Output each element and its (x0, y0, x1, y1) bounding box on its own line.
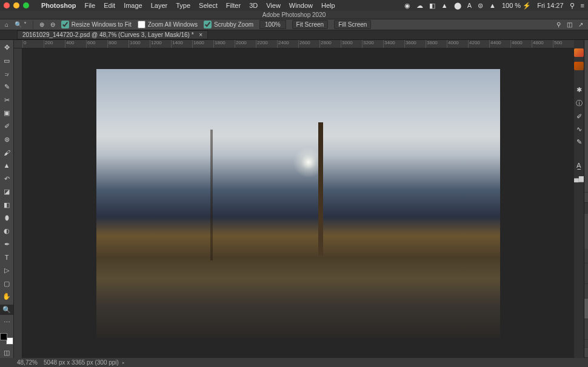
wifi-icon[interactable]: ⊜ (478, 2, 483, 10)
type-menu[interactable]: Type (176, 2, 190, 9)
layers-options: ⚲ Kind▾ ▦ ◐ T ▢ ◫ ● Normal▾ Opacity: 100… (584, 214, 588, 249)
frame-tool[interactable]: ▣ (0, 108, 13, 119)
menubar-status: ◉ ☁ ◧ ▲ ⬤ A ⊜ ▲ 100 % ⚡ Fri 14:27 ⚲ ≡ (404, 2, 584, 10)
clone-panel-icon[interactable]: ∿ (576, 125, 582, 133)
layer-item[interactable]: 👁 Layer 9 (584, 340, 588, 347)
fill-screen-button[interactable]: Fill Screen (334, 20, 371, 29)
color-panel-icon[interactable] (574, 48, 584, 57)
menubar-icon[interactable]: ◉ (404, 2, 410, 10)
help-menu[interactable]: Help (321, 2, 335, 9)
eyedropper-tool[interactable]: ✐ (0, 121, 13, 132)
lasso-tool[interactable]: ⟉ (0, 68, 13, 79)
paths-tab[interactable]: Paths (584, 203, 588, 214)
status-menu-icon[interactable]: ▸ (122, 360, 125, 365)
properties-tab[interactable]: Properties (584, 40, 588, 51)
menubar-icon[interactable]: ⬤ (454, 2, 461, 10)
history-brush-tool[interactable]: ↶ (0, 173, 13, 184)
zoom-tool[interactable]: 🔍 (0, 305, 13, 316)
screen-mode[interactable]: ◫ (0, 347, 13, 358)
info-panel-icon[interactable]: ⓘ (576, 99, 583, 108)
move-tool[interactable]: ✥ (0, 42, 13, 53)
image-menu[interactable]: Image (124, 2, 142, 9)
layer-group[interactable]: ▾ Group 5 (584, 284, 588, 299)
hand-tool[interactable]: ✋ (0, 291, 13, 302)
layer-item[interactable]: 👁 Layer 10 (584, 319, 588, 340)
3d-menu[interactable]: 3D (249, 2, 258, 9)
zoom-value[interactable]: 100% (259, 20, 286, 29)
resize-windows-checkbox[interactable]: Resize Windows to Fit (61, 21, 132, 28)
blur-tool[interactable]: ⬮ (0, 213, 13, 223)
character-panel-icon[interactable]: A̲ (576, 162, 581, 170)
layer-item[interactable]: Layer 7 (584, 263, 588, 284)
pen-tool[interactable]: ✒ (0, 239, 13, 250)
cloud-icon[interactable]: ☁ (416, 2, 423, 10)
home-icon[interactable]: ⌂ (5, 21, 8, 28)
share-icon[interactable]: ↗ (578, 21, 583, 28)
layer-menu[interactable]: Layer (151, 2, 168, 9)
type-tool[interactable]: T (0, 252, 13, 263)
crop-tool[interactable]: ✂ (0, 95, 13, 106)
quick-select-tool[interactable]: ✎ (0, 82, 13, 93)
ruler-horizontal: 0200400600800100012001400160018002000220… (14, 40, 574, 48)
edit-toolbar[interactable]: ⋯ (0, 317, 13, 328)
window-menu[interactable]: Window (289, 2, 313, 9)
close-window-button[interactable] (4, 2, 10, 8)
healing-tool[interactable]: ⊛ (0, 134, 13, 145)
zoom-tool-icon[interactable]: 🔍 ˅ (15, 21, 27, 28)
workspace-icon[interactable]: ◫ (567, 21, 572, 28)
clock[interactable]: Fri 14:27 (537, 2, 563, 9)
scrubby-zoom-checkbox[interactable]: Scrubby Zoom (204, 21, 253, 28)
edit-menu[interactable]: Edit (104, 2, 115, 9)
zoom-in-icon[interactable]: ⊕ (39, 21, 44, 28)
close-tab-icon[interactable]: × (199, 31, 202, 38)
canvas[interactable] (22, 48, 574, 358)
menubar-icon[interactable]: ◧ (429, 2, 435, 10)
maximize-window-button[interactable] (23, 2, 29, 8)
stamp-tool[interactable]: ▲ (0, 160, 13, 171)
search-icon[interactable]: ⚲ (556, 21, 561, 28)
zoom-status[interactable]: 48,72% (17, 359, 38, 366)
fit-screen-button[interactable]: Fit Screen (292, 20, 329, 29)
layers-list: ▸ Group 6 Layer 7 ▾ Group 5 👁 ∿ (584, 249, 588, 347)
window-title: Adobe Photoshop 2020 (0, 11, 588, 19)
minimize-window-button[interactable] (13, 2, 19, 8)
collapsed-panels-dock: ✱ ⓘ ✐ ∿ ✎ A̲ ▄▆ (574, 40, 584, 358)
paths-tabs: Paths This adjustment affects all layers… (584, 203, 588, 214)
brush-tool[interactable]: 🖌 (0, 147, 13, 158)
view-menu[interactable]: View (266, 2, 281, 9)
document-tab[interactable]: 20161029_144720-2.psd @ 48,7% (Curves 3,… (17, 30, 208, 39)
wifi-icon[interactable]: ▲ (489, 2, 496, 9)
brush-settings-icon[interactable]: ✐ (576, 113, 582, 121)
battery-status[interactable]: 100 % ⚡ (502, 2, 531, 10)
tool-presets-icon[interactable]: ✎ (576, 138, 582, 146)
layer-group[interactable]: ▸ Group 6 (584, 249, 588, 263)
canvas-area: 0200400600800100012001400160018002000220… (14, 40, 574, 358)
swatches-panel-icon[interactable] (574, 62, 584, 70)
macos-menubar: Photoshop File Edit Image Layer Type Sel… (0, 0, 588, 11)
document-tabs: 20161029_144720-2.psd @ 48,7% (Curves 3,… (0, 30, 588, 40)
properties-header: ◩ ◻ Curves (584, 51, 588, 63)
marquee-tool[interactable]: ▭ (0, 56, 13, 67)
color-swatches[interactable] (0, 333, 13, 345)
menubar-icon[interactable]: ▲ (441, 2, 448, 9)
gradient-tool[interactable]: ◧ (0, 200, 13, 211)
properties-tabs: Properties Adjustments Histogram (584, 40, 588, 51)
menubar-icon[interactable]: A (467, 2, 472, 9)
zoom-all-checkbox[interactable]: Zoom All Windows (138, 21, 198, 28)
brushes-panel-icon[interactable]: ✱ (576, 86, 582, 94)
layer-item-selected[interactable]: 👁 ∿ ⎘ Curves 3 (584, 299, 588, 319)
layers-footer: ⫘ fx ◻ ◐ ▣ ⊞ 🗑 (584, 347, 588, 358)
document-info[interactable]: 5048 px x 3365 px (300 ppi) (44, 359, 119, 366)
zoom-out-icon[interactable]: ⊖ (50, 21, 55, 28)
histogram-panel-icon[interactable]: ▄▆ (574, 174, 584, 182)
path-tool[interactable]: ▷ (0, 265, 13, 276)
search-icon[interactable]: ⚲ (570, 2, 575, 10)
filter-menu[interactable]: Filter (226, 2, 241, 9)
shape-tool[interactable]: ▢ (0, 278, 13, 289)
menu-icon[interactable]: ≡ (581, 2, 584, 9)
app-menu[interactable]: Photoshop (41, 2, 76, 9)
dodge-tool[interactable]: ◐ (0, 226, 13, 237)
eraser-tool[interactable]: ◪ (0, 187, 13, 197)
select-menu[interactable]: Select (199, 2, 218, 9)
file-menu[interactable]: File (84, 2, 95, 9)
